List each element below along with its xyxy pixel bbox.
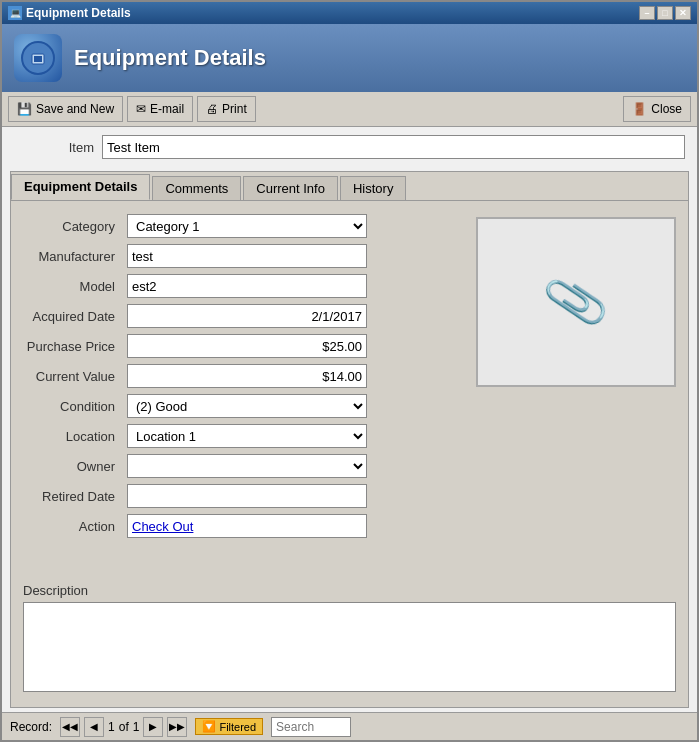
purchase-price-input[interactable]	[127, 334, 367, 358]
title-bar: 💻 Equipment Details – □ ✕	[2, 2, 697, 24]
tab-history[interactable]: History	[340, 176, 406, 200]
location-label: Location	[23, 429, 123, 444]
model-input[interactable]	[127, 274, 367, 298]
close-icon: 🚪	[632, 102, 647, 116]
location-select[interactable]: Location 1	[127, 424, 367, 448]
paperclip-icon: 📎	[540, 267, 612, 337]
category-row: Category Category 1	[23, 213, 464, 239]
item-label: Item	[14, 140, 94, 155]
window-icon: 💻	[8, 6, 22, 20]
header-bar: Equipment Details	[2, 24, 697, 92]
condition-label: Condition	[23, 399, 123, 414]
action-row: Action Check Out	[23, 513, 464, 539]
current-value-input[interactable]	[127, 364, 367, 388]
purchase-price-row: Purchase Price	[23, 333, 464, 359]
retired-date-input[interactable]	[127, 484, 367, 508]
acquired-date-row: Acquired Date	[23, 303, 464, 329]
email-label: E-mail	[150, 102, 184, 116]
main-window: 💻 Equipment Details – □ ✕ Equipment Deta…	[0, 0, 699, 742]
title-bar-controls: – □ ✕	[639, 6, 691, 20]
title-bar-left: 💻 Equipment Details	[8, 6, 131, 20]
image-box: 📎	[476, 217, 676, 387]
email-icon: ✉	[136, 102, 146, 116]
filtered-label: Filtered	[219, 721, 256, 733]
owner-select[interactable]	[127, 454, 367, 478]
record-of: of	[119, 720, 129, 734]
acquired-date-input[interactable]	[127, 304, 367, 328]
condition-select[interactable]: (2) Good	[127, 394, 367, 418]
close-button[interactable]: 🚪 Close	[623, 96, 691, 122]
close-label: Close	[651, 102, 682, 116]
tab-comments[interactable]: Comments	[152, 176, 241, 200]
print-icon: 🖨	[206, 102, 218, 116]
manufacturer-label: Manufacturer	[23, 249, 123, 264]
tabs-header: Equipment Details Comments Current Info …	[11, 172, 688, 201]
checkout-link-text: Check Out	[132, 519, 193, 534]
print-label: Print	[222, 102, 247, 116]
owner-label: Owner	[23, 459, 123, 474]
filter-icon: 🔽	[202, 720, 216, 733]
svg-rect-2	[34, 56, 42, 62]
next-record-button[interactable]: ▶	[143, 717, 163, 737]
record-total: 1	[133, 720, 140, 734]
action-label: Action	[23, 519, 123, 534]
manufacturer-input[interactable]	[127, 244, 367, 268]
fields-column: Category Category 1 Manufacturer Model	[23, 213, 464, 571]
model-row: Model	[23, 273, 464, 299]
retired-date-label: Retired Date	[23, 489, 123, 504]
toolbar: 💾 Save and New ✉ E-mail 🖨 Print 🚪 Close	[2, 92, 697, 127]
minimize-button[interactable]: –	[639, 6, 655, 20]
acquired-date-label: Acquired Date	[23, 309, 123, 324]
purchase-price-label: Purchase Price	[23, 339, 123, 354]
window-title: Equipment Details	[26, 6, 131, 20]
item-input[interactable]	[102, 135, 685, 159]
record-label: Record:	[10, 720, 52, 734]
status-bar: Record: ◀◀ ◀ 1 of 1 ▶ ▶▶ 🔽 Filtered	[2, 712, 697, 740]
filtered-badge: 🔽 Filtered	[195, 718, 263, 735]
description-textarea[interactable]	[23, 602, 676, 692]
owner-row: Owner	[23, 453, 464, 479]
record-info: ◀◀ ◀ 1 of 1 ▶ ▶▶	[60, 717, 187, 737]
condition-row: Condition (2) Good	[23, 393, 464, 419]
current-value-row: Current Value	[23, 363, 464, 389]
save-icon: 💾	[17, 102, 32, 116]
current-value-label: Current Value	[23, 369, 123, 384]
model-label: Model	[23, 279, 123, 294]
tab-current-info[interactable]: Current Info	[243, 176, 338, 200]
search-input[interactable]	[271, 717, 351, 737]
print-button[interactable]: 🖨 Print	[197, 96, 256, 122]
last-record-button[interactable]: ▶▶	[167, 717, 187, 737]
tabs-container: Equipment Details Comments Current Info …	[10, 171, 689, 708]
item-field-row: Item	[2, 127, 697, 167]
manufacturer-row: Manufacturer	[23, 243, 464, 269]
retired-date-row: Retired Date	[23, 483, 464, 509]
record-current: 1	[108, 720, 115, 734]
description-label: Description	[23, 583, 676, 598]
category-select[interactable]: Category 1	[127, 214, 367, 238]
checkout-link[interactable]: Check Out	[127, 514, 367, 538]
save-new-label: Save and New	[36, 102, 114, 116]
tab-content: Category Category 1 Manufacturer Model	[11, 201, 688, 583]
prev-record-button[interactable]: ◀	[84, 717, 104, 737]
header-title: Equipment Details	[74, 45, 266, 71]
tab-equipment-details[interactable]: Equipment Details	[11, 174, 150, 200]
restore-button[interactable]: □	[657, 6, 673, 20]
first-record-button[interactable]: ◀◀	[60, 717, 80, 737]
description-section: Description	[11, 583, 688, 707]
save-new-button[interactable]: 💾 Save and New	[8, 96, 123, 122]
category-label: Category	[23, 219, 123, 234]
close-window-button[interactable]: ✕	[675, 6, 691, 20]
email-button[interactable]: ✉ E-mail	[127, 96, 193, 122]
header-icon	[14, 34, 62, 82]
location-row: Location Location 1	[23, 423, 464, 449]
